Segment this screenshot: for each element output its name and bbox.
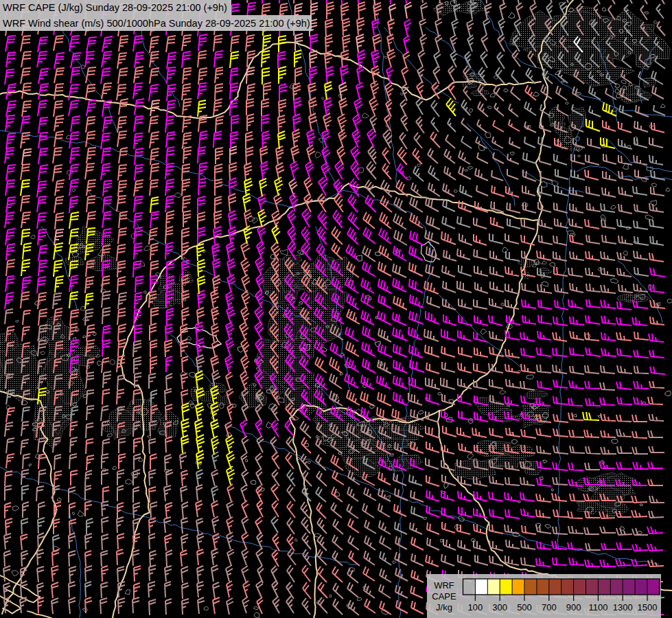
svg-text:1500: 1500: [638, 602, 658, 613]
svg-text:WRF: WRF: [434, 580, 454, 591]
svg-text:300: 300: [492, 602, 507, 613]
svg-text:1100: 1100: [588, 602, 607, 613]
svg-text:J/kg: J/kg: [436, 602, 452, 613]
svg-text:WRF CAPE (J/kg) Sunday 28-09-2: WRF CAPE (J/kg) Sunday 28-09-2025 21:00 …: [3, 2, 227, 13]
svg-text:1300: 1300: [613, 602, 633, 613]
svg-text:500: 500: [517, 602, 532, 613]
svg-text:100: 100: [468, 602, 483, 613]
svg-text:700: 700: [542, 602, 557, 613]
svg-text:WRF Wind shear (m/s) 500/1000h: WRF Wind shear (m/s) 500/1000hPa Sunday …: [3, 18, 310, 29]
svg-text:900: 900: [566, 602, 581, 613]
svg-text:CAPE: CAPE: [432, 591, 456, 602]
